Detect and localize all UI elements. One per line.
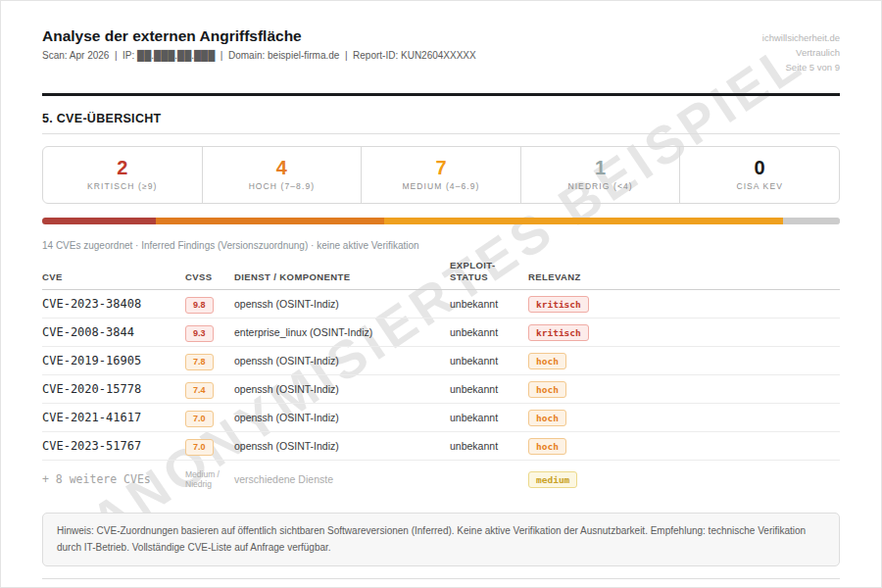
- confidential-label: Vertraulich: [762, 45, 840, 60]
- service-cell: openssh (OSINT-Indiz): [234, 298, 450, 310]
- page-title: Analyse der externen Angriffsfläche: [42, 27, 476, 45]
- header-divider: [42, 93, 840, 96]
- column-header-dienst: DIENST / KOMPONENTE: [234, 271, 450, 283]
- stat-label-hoch: HOCH (7–8.9): [203, 181, 362, 191]
- stat-label-niedrig: NIEDRIG (<4): [521, 181, 680, 191]
- severity-stat-boxes: 2 KRITISCH (≥9) 4 HOCH (7–8.9) 7 MEDIUM …: [42, 146, 840, 204]
- exploit-status-cell: unbekannt: [450, 383, 528, 395]
- severity-bar-segment-hoch: [156, 218, 384, 224]
- stat-medium: 7 MEDIUM (4–6.9): [361, 147, 520, 203]
- section-divider: [42, 133, 840, 134]
- column-header-exploit-status: EXPLOIT-STATUS: [450, 260, 528, 284]
- service-cell: openssh (OSINT-Indiz): [234, 355, 450, 367]
- cvss-badge: 9.8: [185, 297, 214, 314]
- relevance-badge: medium: [528, 471, 577, 489]
- stat-value-niedrig: 1: [521, 157, 680, 178]
- severity-bar-segment-niedrig: [783, 218, 840, 224]
- cve-id: CVE-2021-41617: [42, 411, 185, 424]
- service-cell: enterprise_linux (OSINT-Indiz): [234, 326, 450, 338]
- relevance-cell: kritisch: [528, 294, 840, 314]
- relevance-badge: kritisch: [528, 296, 589, 314]
- table-row: CVE-2023-384089.8openssh (OSINT-Indiz)un…: [42, 290, 840, 318]
- service-cell: openssh (OSINT-Indiz): [234, 383, 450, 395]
- severity-bar-segment-medium: [384, 218, 783, 224]
- exploit-status-cell: unbekannt: [450, 440, 528, 452]
- stat-niedrig: 1 NIEDRIG (<4): [520, 147, 680, 203]
- cve-id: CVE-2023-38408: [42, 297, 185, 311]
- cvss-badge: 9.3: [185, 325, 214, 342]
- cvss-cell: 7.0: [185, 408, 234, 427]
- relevance-cell: hoch: [528, 379, 840, 399]
- cve-id: CVE-2020-15778: [42, 382, 185, 396]
- cvss-badge: 7.0: [185, 411, 214, 427]
- cvss-cell: 9.3: [185, 322, 234, 342]
- stat-value-cisa-kev: 0: [680, 157, 839, 178]
- table-row: CVE-2021-416177.0openssh (OSINT-Indiz)un…: [42, 404, 840, 432]
- stat-value-medium: 7: [362, 157, 520, 178]
- relevance-cell: hoch: [528, 408, 840, 427]
- exploit-status-cell: unbekannt: [450, 298, 528, 310]
- service-cell: openssh (OSINT-Indiz): [234, 412, 450, 423]
- cve-id: CVE-2008-3844: [42, 325, 185, 339]
- relevance-badge: hoch: [528, 438, 566, 456]
- cvss-badge: 7.4: [185, 382, 214, 399]
- section-title: 5. CVE-ÜBERSICHT: [42, 112, 840, 125]
- column-header-relevanz: RELEVANZ: [528, 271, 840, 283]
- relevance-badge: kritisch: [528, 324, 589, 342]
- severity-bar-segment-kritisch: [42, 218, 156, 224]
- cve-id: CVE-2019-16905: [42, 354, 185, 368]
- summary-line: 14 CVEs zugeordnet · Inferred Findings (…: [42, 240, 840, 251]
- exploit-status-cell: unbekannt: [450, 326, 528, 338]
- more-cves-label: + 8 weitere CVEs: [42, 472, 185, 486]
- column-header-cve: CVE: [42, 271, 185, 283]
- severity-bar: [42, 218, 840, 224]
- more-cves-relevance-cell: medium: [528, 469, 840, 489]
- page-number: Seite 5 von 9: [762, 60, 840, 74]
- scan-meta: Scan: Apr 2026 | IP: ██.███.██.███ | Dom…: [42, 50, 476, 61]
- cvss-cell: 7.8: [185, 351, 234, 370]
- cvss-cell: 7.0: [185, 436, 234, 456]
- table-row: CVE-2023-517677.0openssh (OSINT-Indiz)un…: [42, 432, 840, 461]
- cvss-badge: 7.0: [185, 439, 214, 456]
- report-footer: Seite 5 von 9 · Vertraulich · Stand: Apr…: [42, 578, 840, 588]
- table-header-row: CVE CVSS DIENST / KOMPONENTE EXPLOIT-STA…: [42, 259, 840, 290]
- cve-id: CVE-2023-51767: [42, 439, 185, 453]
- cve-table: CVE CVSS DIENST / KOMPONENTE EXPLOIT-STA…: [42, 259, 840, 498]
- more-cves-service: verschiedene Dienste: [234, 473, 450, 485]
- stat-hoch: 4 HOCH (7–8.9): [202, 147, 362, 203]
- more-cves-cvss: Medium / Niedrig: [185, 469, 234, 489]
- exploit-status-cell: unbekannt: [450, 412, 528, 423]
- table-row: CVE-2020-157787.4openssh (OSINT-Indiz)un…: [42, 375, 840, 404]
- header-left: Analyse der externen Angriffsfläche Scan…: [42, 27, 476, 61]
- more-cves-row: + 8 weitere CVEs Medium / Niedrig versch…: [42, 461, 840, 498]
- relevance-cell: kritisch: [528, 322, 840, 342]
- cvss-cell: 7.4: [185, 379, 234, 399]
- stat-value-hoch: 4: [203, 157, 362, 178]
- exploit-status-cell: unbekannt: [450, 355, 528, 367]
- relevance-badge: hoch: [528, 381, 566, 399]
- stat-label-cisa-kev: CISA KEV: [680, 181, 839, 191]
- header-domain: ichwillsicherheit.de: [762, 30, 840, 45]
- column-header-cvss: CVSS: [185, 271, 234, 283]
- cvss-cell: 9.8: [185, 294, 234, 314]
- cvss-badge: 7.8: [185, 354, 214, 370]
- stat-kritisch: 2 KRITISCH (≥9): [43, 147, 202, 203]
- table-row: CVE-2008-38449.3enterprise_linux (OSINT-…: [42, 318, 840, 347]
- cve-table-body: CVE-2023-384089.8openssh (OSINT-Indiz)un…: [42, 290, 840, 461]
- relevance-badge: hoch: [528, 353, 566, 370]
- relevance-badge: hoch: [528, 410, 566, 427]
- report-page: ANONYMISIERTES BEISPIEL Analyse der exte…: [0, 0, 882, 588]
- table-row: CVE-2019-169057.8openssh (OSINT-Indiz)un…: [42, 347, 840, 375]
- service-cell: openssh (OSINT-Indiz): [234, 440, 450, 452]
- stat-label-kritisch: KRITISCH (≥9): [43, 181, 202, 191]
- report-header: Analyse der externen Angriffsfläche Scan…: [42, 27, 840, 74]
- relevance-cell: hoch: [528, 351, 840, 370]
- stat-value-kritisch: 2: [43, 157, 202, 178]
- note-box: Hinweis: CVE-Zuordnungen basieren auf öf…: [42, 513, 840, 566]
- header-right: ichwillsicherheit.de Vertraulich Seite 5…: [762, 27, 840, 74]
- stat-cisa-kev: 0 CISA KEV: [679, 147, 839, 203]
- relevance-cell: hoch: [528, 436, 840, 456]
- stat-label-medium: MEDIUM (4–6.9): [362, 181, 520, 191]
